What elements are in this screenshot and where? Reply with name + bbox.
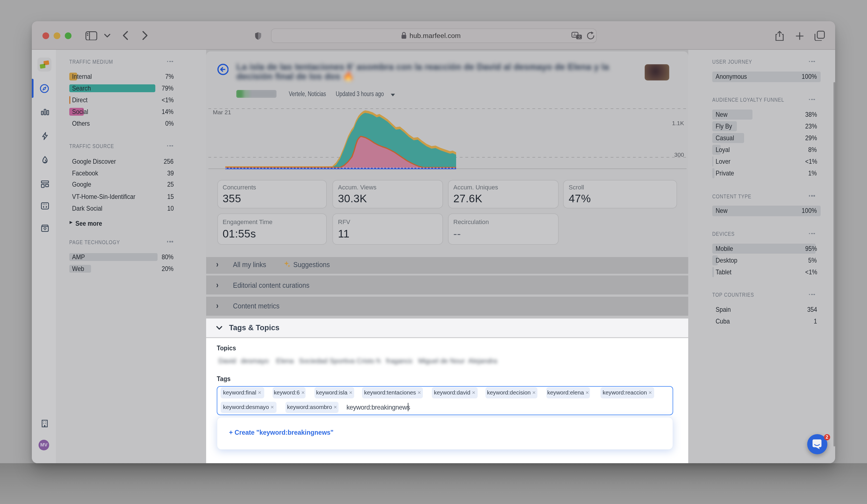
svg-text:文: 文	[578, 35, 581, 39]
svg-text:300: 300	[674, 151, 684, 158]
svg-text:A: A	[573, 32, 576, 37]
svg-text:Mar 21: Mar 21	[213, 109, 231, 115]
svg-text:1.1K: 1.1K	[672, 120, 684, 126]
